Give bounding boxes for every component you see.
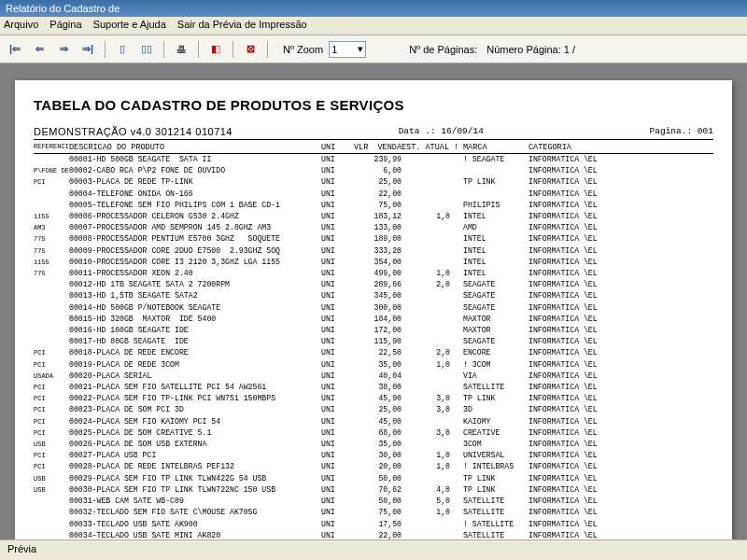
window-title: Relatório do Cadastro de [6,3,120,14]
menubar: Arquivo Página Suporte e Ajuda Sair da P… [0,17,747,35]
table-row: P\FONE DE OUVIDO00002-CABO RCA P\P2 FONE… [34,165,713,176]
settings-icon[interactable]: ◧ [206,40,225,59]
table-row: USADA00020-PLACA SERIALUNI40,04VIAINFORM… [34,371,713,382]
table-row: PCI00021-PLACA SEM FIO SATELLITE PCI 54 … [34,382,713,393]
table-row: PCI00022-PLACA SEM FIO TP-LINK PCI WN751… [34,393,713,404]
toolbar-separator [105,41,106,58]
single-page-icon[interactable]: ▯ [113,40,132,59]
table-row: 00004-TELEFONE ONIDA ON-166UNI22,00INFOR… [34,189,713,200]
status-text: Prévia [7,543,36,554]
table-row: 77500008-PROCESSADOR PENTIUM E5700 3GHZ … [34,233,713,245]
table-row: PCI00019-PLACA DE REDE 3COMUNI35,001,0! … [34,359,713,371]
table-row: 00016-HD 160GB SEAGATE IDEUNI172,00MAXTO… [34,325,713,336]
statusbar: Prévia [0,539,747,560]
col-cat: CATEGORIA [523,143,713,152]
table-row: PCI00024-PLACA SEM FIO KAIOMY PCI 54UNI4… [34,416,713,427]
col-vlr: VLR VENDA [349,143,402,152]
table-row: PCI00025-PLACA DE SOM CREATIVE 5.1UNI68,… [34,427,713,439]
report-date: Data .: 16/09/14 [399,126,484,137]
table-row: 00015-HD 320GB MAXTOR IDE 5400UNI184,00M… [34,314,713,325]
table-row: PCI00018-PLACA DE REDE ENCOREUNI22,502,0… [34,347,713,358]
report-page-num: Pagina.: 001 [650,126,713,137]
table-row: 00032-TECLADO SEM FIO SATE C\MOUSE AK705… [34,507,713,518]
table-row: AM300007-PROCESSADOR AMD SEMPRON 145 2.8… [34,222,713,233]
menu-arquivo[interactable]: Arquivo [4,19,38,33]
col-marca: MARCA [450,143,523,152]
report-title: TABELA DO CADASTRO DE PRODUTOS E SERVIÇO… [34,97,713,113]
table-row: 00014-HD 500GB P/NOTEBOOK SEAGATEUNI300,… [34,302,713,314]
table-row: PCI00023-PLACA DE SOM PCI 3DUNI25,003,03… [34,404,713,415]
table-row: 00033-TECLADO USB SATE AK900UNI17,50! SA… [34,519,713,530]
last-page-button[interactable]: ⇒| [78,40,97,59]
page-number-label: Número Página: 1 / [486,44,575,55]
prev-page-button[interactable]: ⇐ [30,40,49,59]
menu-sair[interactable]: Sair da Prévia de Impressão [177,19,307,33]
col-desc: DESCRICAO DO PRODUTO [69,143,321,152]
preview-area: TABELA DO CADASTRO DE PRODUTOS E SERVIÇO… [0,63,747,539]
toolbar-separator [198,41,199,58]
table-row: 77500011-PROCESSADOR XEON 2.40UNI499,001… [34,268,713,279]
report-rows: 00001-HD 500GB SEAGATE SATA IIUNI239,99!… [34,154,713,539]
table-row: USB00030-PLACA SEM FIO TP LINK TLWN722NC… [34,484,713,496]
toolbar-separator [163,41,164,58]
next-page-button[interactable]: ⇒ [54,40,73,59]
table-row: 115500010-PROCESSADOR CORE I3 2120 3,3GH… [34,257,713,268]
zoom-value: 1 [331,44,337,55]
toolbar: |⇐ ⇐ ⇒ ⇒| ▯ ▯▯ 🖶 ◧ ⊠ Nº Zoom 1 ▾ Nº de P… [0,35,747,63]
table-row: 00013-HD 1,5TB SEAGATE SATA2UNI345,00SEA… [34,290,713,301]
close-preview-icon[interactable]: ⊠ [241,40,260,59]
report-subheader: DEMONSTRAÇÃO v4.0 301214 010714 Data .: … [34,126,713,140]
table-row: USB00026-PLACA DE SOM USB EXTERNAUNI35,0… [34,439,713,450]
report-subtitle: DEMONSTRAÇÃO v4.0 301214 010714 [34,126,233,137]
table-row: 115500006-PROCESSADOR CELERON G530 2.4GH… [34,211,713,222]
zoom-label: Nº Zoom [283,44,323,55]
column-headers: REFERENCIA DESCRICAO DO PRODUTO UNI VLR … [34,142,713,154]
table-row: PCI00003-PLACA DE REDE TP-LINKUNI25,00TP… [34,176,713,188]
window-titlebar: Relatório do Cadastro de [0,0,747,17]
table-row: 00005-TELEFONE SEM FIO PHILIPS COM 1 BAS… [34,200,713,211]
table-row: 00031-WEB CAM SATE WB-C09UNI50,005,0SATE… [34,496,713,507]
first-page-button[interactable]: |⇐ [6,40,24,59]
table-row: 00017-HD 80GB SEAGATE IDEUNI115,90SEAGAT… [34,336,713,347]
table-row: PCI00027-PLACA USB PCIUNI30,001,0UNIVERS… [34,450,713,461]
menu-pagina[interactable]: Página [49,19,81,33]
table-row: 00034-TECLADO USB SATE MINI AK820UNI22,0… [34,530,713,539]
col-ref: REFERENCIA [34,143,69,152]
toolbar-separator [233,41,233,58]
multi-page-icon[interactable]: ▯▯ [137,40,156,59]
report-page: TABELA DO CADASTRO DE PRODUTOS E SERVIÇO… [15,80,732,539]
table-row: 00012-HD 1TB SEAGATE SATA 2 7200RPMUNI28… [34,279,713,290]
col-est: EST. ATUAL ! [402,143,450,152]
table-row: 00001-HD 500GB SEAGATE SATA IIUNI239,99!… [34,154,713,165]
col-uni: UNI [321,143,349,152]
menu-suporte[interactable]: Suporte e Ajuda [93,19,166,33]
table-row: 77500009-PROCESSADOR CORE 2DUO E7500 2.9… [34,245,713,257]
chevron-down-icon: ▾ [358,43,363,55]
table-row: PCI00028-PLACA DE REDE INTELBRAS PEF132U… [34,461,713,472]
zoom-select[interactable]: 1 ▾ [329,41,366,58]
toolbar-separator [267,41,268,58]
print-icon[interactable]: 🖶 [172,40,190,59]
table-row: USB00029-PLACA SEM FIO TP LINK TLWN422G … [34,473,713,484]
pages-count-label: Nº de Páginas: [409,44,477,55]
